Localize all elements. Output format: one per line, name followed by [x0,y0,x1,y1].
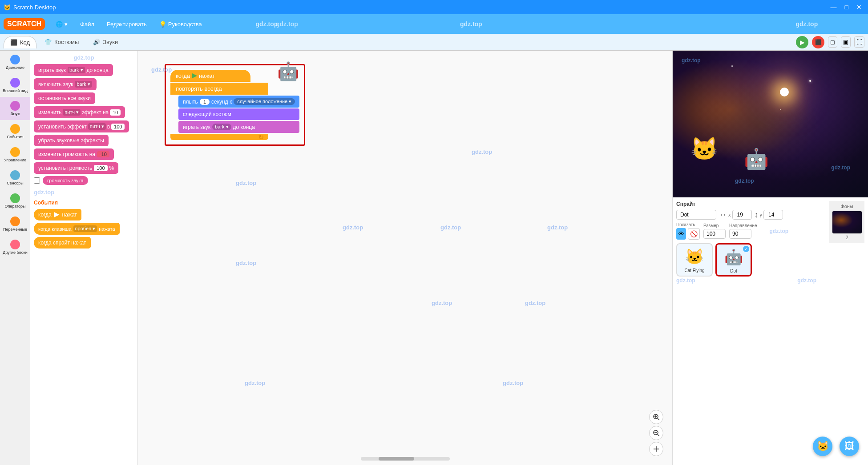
green-flag-button[interactable]: ▶ [796,36,808,48]
file-menu[interactable]: Файл [75,18,100,30]
category-variables[interactable]: Переменные [0,212,30,236]
scratch-logo: SCRATCH [4,18,45,30]
category-events[interactable]: События [0,120,30,143]
category-operators[interactable]: Операторы [0,189,30,212]
preview-wm-1: gdz.top [682,57,701,64]
category-sensing[interactable]: Сенсоры [0,166,30,189]
direction-input[interactable] [729,229,751,239]
script-forever[interactable]: повторять всегда [170,83,268,95]
volume-checkbox[interactable] [34,177,40,184]
direction-label: Направление [729,223,757,228]
block-when-flag[interactable]: когда нажат [34,209,81,220]
scrollbar-thumb[interactable] [379,457,414,461]
script-wm-11: gdz.top [245,380,265,386]
zoom-out-button[interactable] [649,426,663,440]
sprite-details: Спрайт ↔ x ↕ y [676,201,825,277]
preview-wm-3: gdz.top [735,178,754,184]
block-start-sound[interactable]: включить звук bark ▾ [34,78,97,90]
category-control[interactable]: Управление [0,143,30,166]
globe-menu[interactable]: 🌐 ▾ [50,18,73,30]
menubar-watermark-2: gdz.top [256,20,278,28]
stage-layout-button[interactable]: ▣ [841,36,851,48]
block-set-effect[interactable]: установить эффект питч ▾ в 100 [34,120,129,132]
script-next-costume[interactable]: следующий костюм [178,108,299,120]
block-clear-effects[interactable]: убрать звуковые эффекты [34,135,109,146]
fullscreen-button[interactable]: ⛶ [854,36,864,48]
sprite-info-row1: ↔ x ↕ y [676,210,825,220]
titlebar-controls[interactable]: — □ ✕ [828,3,864,12]
zoom-in-button[interactable] [649,410,663,424]
sprite-y-input[interactable] [763,210,783,220]
block-stop-sounds[interactable]: остановить все звуки [34,92,95,104]
sprite-card-dot[interactable]: ✓ 🤖 Dot [715,243,752,277]
blocks-panel: Движение Внешний вид Звук События Управл… [0,51,138,465]
block-when-key[interactable]: когда клавиша пробел ▾ нажата [34,223,120,235]
titlebar-left: 🐱 Scratch Desktop [4,4,56,11]
flag-icon [192,73,197,79]
cat-sprite-image: 🐱 [679,246,710,267]
category-variables-label: Переменные [3,227,27,232]
sprite-name-input[interactable] [676,210,716,220]
dot-badge: ✓ [743,246,749,252]
sound-name: bark ▾ [212,124,231,130]
add-backdrop-button-area: 🖼 [840,437,859,456]
tab-sounds[interactable]: 🔊 Звуки [87,36,124,48]
tab-code[interactable]: ⬛ Код [4,36,36,48]
sprite-y-group: ↕ y [755,210,783,220]
code-icon: ⬛ [10,39,17,46]
block-set-volume[interactable]: установить громкость 100 % [34,162,118,174]
titlebar: 🐱 Scratch Desktop — □ ✕ [0,0,868,14]
hide-eye-button[interactable]: 🚫 [688,228,700,240]
sprite-card-cat[interactable]: 🐱 Cat Flying [676,243,713,277]
tutorials-menu[interactable]: 💡 Руководства [154,18,207,30]
block-when-sprite[interactable]: когда спрайт нажат [34,237,91,249]
globe-icon: 🌐 [56,21,63,28]
close-button[interactable]: ✕ [854,3,864,12]
svg-line-6 [658,434,659,436]
add-backdrop-button[interactable]: 🖼 [840,437,859,456]
small-stage-button[interactable]: ◻ [828,36,837,48]
category-motion[interactable]: Движение [0,51,30,74]
script-glide[interactable]: плыть 1 секунд к случайное положение ▾ [178,96,299,108]
maximize-button[interactable]: □ [842,3,851,12]
main-layout: Движение Внешний вид Звук События Управл… [0,51,868,465]
menubar: SCRATCH 🌐 ▾ Файл Редактировать 💡 Руковод… [0,14,868,34]
size-input[interactable] [703,229,726,239]
script-play-sound[interactable]: играть звук bark ▾ до конца [178,121,299,133]
show-label: Показать [676,222,700,227]
sprite-info-row2: Показать 👁 🚫 Размер Направление [676,222,825,240]
script-container: 🤖 когда нажат повторять всегда плыт [165,64,305,146]
add-sprite-button[interactable]: 🐱 [813,437,832,456]
sprite-x-input[interactable] [732,210,752,220]
size-group: Размер [703,223,726,239]
category-myblocks[interactable]: Другие блоки [0,236,30,259]
category-looks[interactable]: Внешний вид [0,74,30,97]
block-volume-reporter[interactable]: громкость звука [43,176,88,185]
dot-sprite-name: Dot [719,269,749,273]
tab-costumes[interactable]: 👕 Костюмы [38,36,85,48]
show-eye-button[interactable]: 👁 [676,228,686,240]
minimize-button[interactable]: — [828,3,840,12]
category-operators-label: Операторы [4,204,25,208]
x-label: x [728,212,731,217]
zoom-reset-button[interactable] [649,442,663,456]
block-play-sound-until[interactable]: играть звук bark ▾ до конца [34,64,113,76]
scene-thumbnail[interactable] [832,211,862,234]
y-arrow-icon: ↕ [755,210,759,220]
category-myblocks-label: Другие блоки [3,250,27,255]
svg-line-3 [658,418,659,420]
category-sound[interactable]: Звук [0,97,30,120]
block-change-pitch[interactable]: изменить питч ▾ эффект на 10 [34,106,125,118]
zoom-controls [649,410,663,456]
script-when-flag[interactable]: когда нажат [170,70,250,82]
stop-button[interactable]: ⬛ [812,36,824,48]
block-change-volume[interactable]: изменить громкость на -10 [34,148,114,160]
edit-menu[interactable]: Редактировать [101,18,152,30]
tabbar: ⬛ Код 👕 Костюмы 🔊 Звуки ▶ ⬛ ◻ ▣ ⛶ [0,34,868,51]
preview-wm-2: gdz.top [831,164,850,171]
stage-preview: 🐱 🤖 gdz.top gdz.top gdz.top [673,51,868,197]
show-toggle: 👁 🚫 [676,228,700,240]
horizontal-scrollbar[interactable] [361,457,450,461]
script-loop-body: плыть 1 секунд к случайное положение ▾ с… [178,96,299,133]
glide-seconds: 1 [200,99,210,105]
